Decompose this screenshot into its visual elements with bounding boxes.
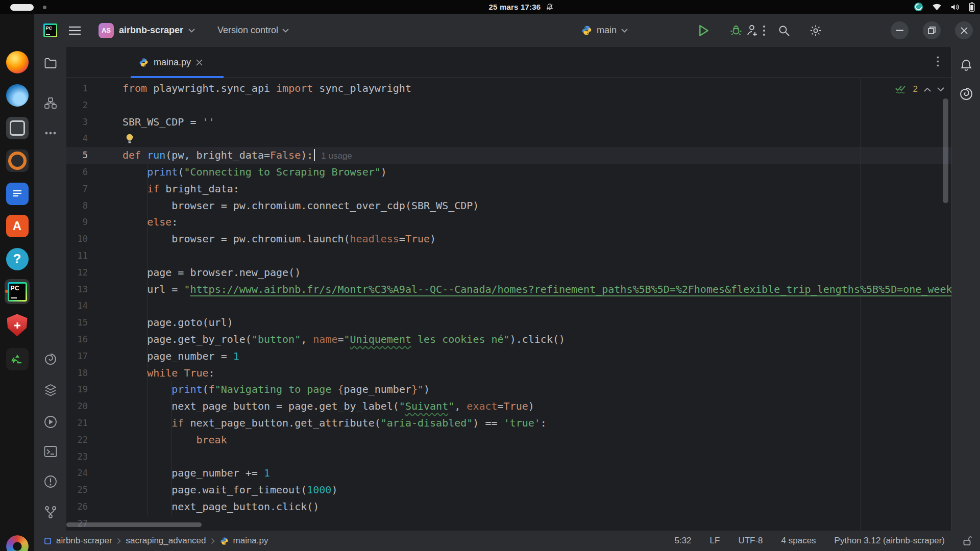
dock-item-recycle-tool[interactable] — [5, 346, 30, 371]
inspections-widget[interactable]: 2 — [895, 83, 944, 96]
left-tool-stripe — [34, 47, 66, 531]
code-line: print("Connecting to Scraping Browser") — [66, 164, 951, 181]
breadcrumb-item[interactable]: sacraping_advanced — [126, 536, 206, 546]
code-line: browser = pw.chromium.launch(headless=Tr… — [66, 231, 951, 247]
office-writer-icon — [6, 183, 29, 205]
dock-item-files[interactable] — [5, 115, 30, 140]
system-tray[interactable] — [914, 0, 977, 14]
code-line: while True: — [66, 365, 951, 382]
workspace-pill[interactable] — [10, 4, 34, 11]
project-tool-button[interactable] — [44, 58, 57, 69]
close-button[interactable] — [955, 21, 973, 39]
settings-gear-icon[interactable] — [810, 24, 822, 37]
titlebar: PC AS airbnb-scraper Version control mai… — [34, 14, 980, 47]
right-tool-stripe — [951, 47, 980, 531]
code-line: page_number += 1 — [66, 465, 951, 482]
pycharm-icon: PC — [8, 282, 27, 302]
indicator-app-icon — [914, 2, 923, 12]
code-area: from playwright.sync_api import sync_pla… — [66, 80, 951, 531]
python-file-icon — [139, 58, 149, 67]
firefox-icon — [6, 51, 29, 73]
desktop: { "os_bar": { "clock": "25 mars 17:36", … — [0, 0, 980, 551]
module-icon — [44, 537, 52, 545]
dock-item-password-shield[interactable] — [5, 313, 30, 338]
ai-assistant-button[interactable] — [959, 87, 973, 101]
python-file-icon — [220, 537, 229, 545]
dock-item-help[interactable]: ? — [5, 246, 30, 271]
python-packages-tool-button[interactable] — [44, 384, 57, 397]
code-with-me-icon[interactable] — [745, 24, 758, 37]
vertical-scrollbar[interactable] — [943, 98, 948, 203]
notifications-muted-icon — [546, 3, 553, 11]
status-widget[interactable]: 5:32 — [674, 536, 691, 546]
tab-maina-py[interactable]: maina.py — [131, 47, 213, 78]
chevron-down-icon — [188, 29, 195, 33]
minimize-button[interactable] — [891, 21, 909, 39]
project-avatar: AS — [99, 23, 114, 38]
status-widget[interactable]: Python 3.12 (airbnb-scraper) — [835, 536, 945, 546]
next-problem-icon[interactable] — [937, 87, 944, 92]
status-widgets: 5:32LFUTF-84 spacesPython 3.12 (airbnb-s… — [674, 536, 945, 546]
inspection-count: 2 — [913, 81, 918, 98]
dock-item-firefox[interactable] — [5, 49, 30, 74]
code-line: browser = pw.chromium.connect_over_cdp(S… — [66, 197, 951, 214]
wifi-icon — [932, 3, 942, 11]
breadcrumbs: airbnb-scrapersacraping_advancedmaina.py — [34, 536, 268, 546]
status-widget[interactable]: LF — [710, 536, 720, 546]
problems-tool-button[interactable] — [44, 475, 57, 488]
horizontal-scrollbar[interactable] — [66, 522, 202, 527]
run-button[interactable] — [698, 24, 709, 37]
dock-item-office-writer[interactable] — [5, 181, 30, 206]
services-tool-button[interactable] — [44, 415, 57, 429]
editor-options-icon[interactable] — [937, 56, 939, 67]
breadcrumb-item[interactable]: maina.py — [233, 536, 268, 546]
debug-button[interactable] — [730, 24, 742, 37]
dock-item-app-center[interactable]: A — [5, 213, 30, 238]
project-widget[interactable]: AS airbnb-scraper — [99, 23, 195, 38]
run-configuration-widget[interactable]: main — [581, 25, 628, 36]
app-launcher-icon — [6, 535, 29, 551]
version-control-tool-button[interactable] — [44, 506, 57, 519]
notifications-bell-button[interactable] — [960, 59, 972, 72]
usage-hint[interactable]: 1 usage — [321, 151, 352, 161]
project-avatar-text: AS — [102, 27, 111, 34]
code-line: print(f"Navigating to page {page_number}… — [66, 381, 951, 398]
shield-icon — [7, 314, 28, 337]
media-tool-icon — [6, 149, 29, 172]
code-line: page_number = 1 — [66, 348, 951, 365]
python-console-tool-button[interactable] — [44, 353, 57, 366]
code-line: page.goto(url) — [66, 314, 951, 331]
intention-bulb-icon[interactable] — [125, 133, 135, 144]
dock-item-app-launcher[interactable] — [5, 534, 30, 551]
lock-open-icon[interactable] — [963, 536, 972, 546]
recycle-icon — [6, 348, 29, 370]
pycharm-app-icon[interactable]: PC — [43, 23, 57, 37]
files-icon — [6, 117, 29, 139]
breadcrumb-item[interactable]: airbnb-scraper — [56, 536, 112, 546]
volume-icon — [950, 3, 960, 11]
prev-problem-icon[interactable] — [924, 87, 931, 92]
dock-item-media-tool[interactable] — [5, 148, 30, 173]
workspace-dot[interactable] — [43, 6, 46, 9]
app-center-letter: A — [13, 219, 21, 233]
restore-button[interactable] — [923, 21, 941, 39]
structure-tool-button[interactable] — [44, 97, 57, 109]
code-line: page.get_by_role("button", name="Uniquem… — [66, 331, 951, 348]
terminal-tool-button[interactable] — [44, 445, 57, 458]
clock-menu[interactable]: 25 mars 17:36 — [488, 0, 553, 14]
status-widget[interactable]: 4 spaces — [781, 536, 816, 546]
more-tool-windows-button[interactable] — [44, 132, 57, 135]
status-bar: airbnb-scrapersacraping_advancedmaina.py… — [34, 531, 980, 551]
dock-item-pycharm[interactable]: PC — [5, 279, 30, 304]
code-line: next_page_button.click() — [66, 498, 951, 515]
dock-item-thunderbird[interactable] — [5, 83, 30, 108]
vcs-menu-label: Version control — [217, 25, 278, 36]
vcs-menu[interactable]: Version control — [217, 25, 289, 36]
hamburger-menu-icon[interactable] — [68, 26, 81, 36]
status-widget[interactable]: UTF-8 — [738, 536, 763, 546]
tab-close-icon[interactable] — [196, 59, 203, 66]
search-icon[interactable] — [778, 24, 790, 37]
code-editor[interactable]: 1234567891011121314151617181920212223242… — [66, 78, 951, 531]
run-config-name: main — [597, 25, 617, 36]
dock: A ? PC — [0, 14, 34, 551]
